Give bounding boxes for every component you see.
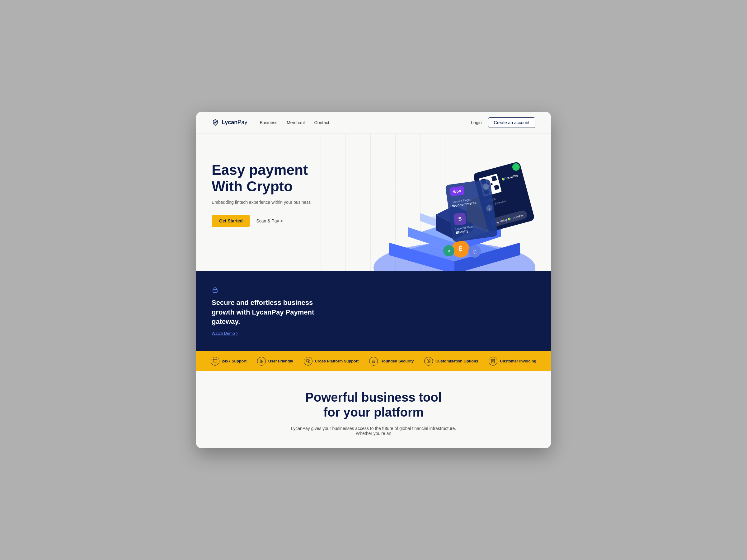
- features-bar: 24x7 Support User Friendly Cross Platfor…: [196, 351, 551, 371]
- navbar-right: Login Create an account: [471, 117, 535, 128]
- logo[interactable]: LycanPay: [212, 119, 247, 126]
- svg-text:⬡: ⬡: [473, 249, 476, 254]
- hero-subtitle: Embedding fintech experience within your…: [212, 200, 311, 205]
- nav-contact[interactable]: Contact: [314, 120, 329, 125]
- svg-rect-59: [429, 359, 430, 361]
- svg-rect-53: [213, 359, 217, 362]
- bottom-subtitle: LycanPay gives your businesses access to…: [288, 426, 459, 436]
- feature-customisation: Customisation Options: [424, 357, 479, 366]
- bottom-section: Powerful business tool for your platform…: [196, 371, 551, 448]
- feature-user-friendly: User Friendly: [257, 357, 293, 366]
- navbar: LycanPay Business Merchant Contact Login…: [196, 112, 551, 134]
- svg-point-52: [215, 290, 216, 291]
- hero-section: Easy payment With Crypto Embedding finte…: [196, 134, 551, 271]
- monitor-icon: [211, 357, 220, 366]
- cursor-icon: [257, 357, 266, 366]
- feature-24x7-support: 24x7 Support: [211, 357, 247, 366]
- hero-illustration: ₿ ⬡ ₮: [364, 134, 545, 271]
- logo-icon: [212, 119, 219, 126]
- bottom-title: Powerful business tool for your platform: [212, 390, 535, 420]
- login-button[interactable]: Login: [471, 120, 482, 125]
- nav-business[interactable]: Business: [260, 120, 277, 125]
- get-started-button[interactable]: Get Started: [212, 215, 250, 227]
- feature-customer-invoicing: Customer Invoicing: [489, 357, 536, 366]
- lock-icon-wrap: [212, 286, 330, 294]
- hero-title: Easy payment With Crypto: [212, 162, 311, 195]
- svg-rect-60: [429, 362, 430, 363]
- nav-links: Business Merchant Contact: [260, 120, 329, 125]
- svg-text:₮: ₮: [448, 249, 450, 253]
- display-icon: [304, 357, 312, 366]
- invoice-icon: [489, 357, 497, 366]
- svg-rect-61: [491, 359, 495, 363]
- feature-rounded-security: Rounded Security: [369, 357, 414, 366]
- svg-point-57: [373, 362, 374, 362]
- feature-label-24x7: 24x7 Support: [222, 359, 247, 364]
- feature-label-customer-invoicing: Customer Invoicing: [500, 359, 536, 364]
- settings-icon: [424, 357, 433, 366]
- watch-demo-link[interactable]: Watch Demo >: [212, 331, 330, 336]
- feature-label-user-friendly: User Friendly: [268, 359, 293, 364]
- nav-merchant[interactable]: Merchant: [287, 120, 305, 125]
- scan-pay-link[interactable]: Scan & Pay >: [256, 218, 283, 223]
- dark-section: Secure and effortless business growth wi…: [196, 271, 551, 351]
- hero-buttons: Get Started Scan & Pay >: [212, 215, 311, 227]
- feature-label-rounded-security: Rounded Security: [380, 359, 414, 364]
- shield-lock-icon: [369, 357, 378, 366]
- browser-window: LycanPay Business Merchant Contact Login…: [196, 112, 551, 448]
- hero-scene-svg: ₿ ⬡ ₮: [364, 134, 545, 271]
- dark-content: Secure and effortless business growth wi…: [212, 286, 330, 336]
- dark-section-title: Secure and effortless business growth wi…: [212, 298, 330, 327]
- svg-text:₿: ₿: [459, 245, 462, 252]
- lock-icon: [212, 286, 218, 293]
- hero-content: Easy payment With Crypto Embedding finte…: [212, 153, 311, 227]
- feature-label-cross-platform: Cross Platform Support: [315, 359, 359, 364]
- create-account-button[interactable]: Create an account: [488, 117, 535, 128]
- navbar-left: LycanPay Business Merchant Contact: [212, 119, 329, 126]
- feature-cross-platform: Cross Platform Support: [304, 357, 359, 366]
- feature-label-customisation: Customisation Options: [435, 359, 479, 364]
- logo-text: LycanPay: [222, 119, 247, 126]
- svg-rect-58: [427, 359, 428, 363]
